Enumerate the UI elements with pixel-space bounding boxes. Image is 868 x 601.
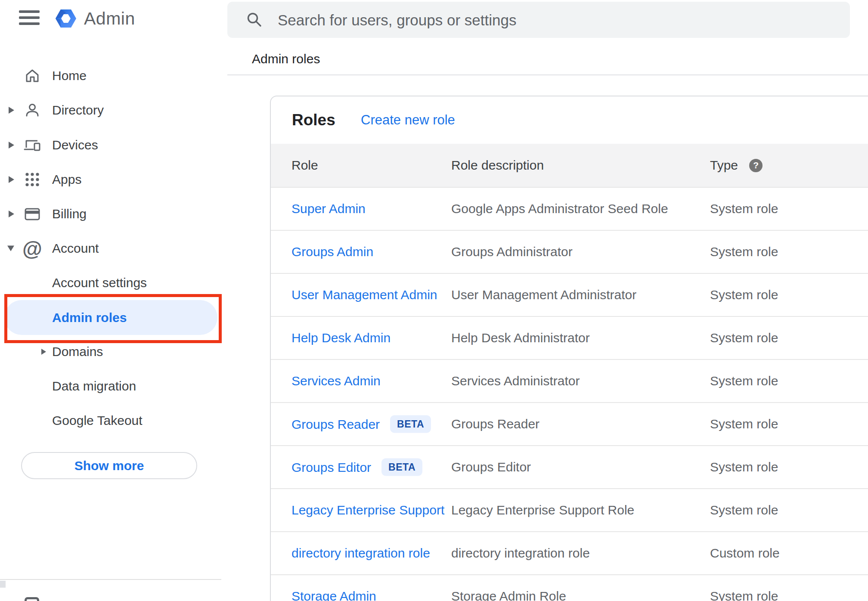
roles-table-body: Super Admin Google Apps Administrator Se… (271, 187, 868, 601)
sidebar-item-label: Account settings (52, 276, 147, 290)
table-row: directory integration role directory int… (271, 531, 868, 574)
home-icon (24, 67, 41, 84)
role-cell: Groups Admin (291, 245, 373, 259)
role-link[interactable]: Legacy Enterprise Support (291, 503, 444, 517)
sidebar-item-label: Google Takeout (52, 413, 143, 428)
role-link[interactable]: directory integration role (291, 546, 430, 561)
role-description: Storage Admin Role (451, 589, 566, 601)
expand-arrow-icon[interactable] (9, 211, 14, 217)
table-row: Legacy Enterprise Support Legacy Enterpr… (271, 488, 868, 531)
sidebar-item-directory[interactable]: Directory (0, 93, 221, 127)
role-type: System role (710, 503, 778, 517)
role-cell: directory integration role (291, 546, 430, 561)
clipped-icon-fragment (25, 597, 39, 601)
role-cell: Super Admin (291, 201, 366, 216)
expand-arrow-icon[interactable] (9, 176, 14, 183)
collapse-arrow-icon[interactable] (7, 246, 14, 251)
role-type: Custom role (710, 546, 780, 561)
table-row: Storage Admin Storage Admin Role System … (271, 574, 868, 601)
search-icon (246, 12, 263, 28)
sidebar-item-apps[interactable]: Apps (0, 162, 221, 197)
role-type: System role (710, 374, 778, 388)
table-row: Super Admin Google Apps Administrator Se… (271, 187, 868, 230)
sidebar-item-label: Account (52, 241, 99, 256)
role-link[interactable]: Storage Admin (291, 589, 376, 601)
role-description: Help Desk Administrator (451, 331, 590, 345)
roles-card-header: Roles Create new role (271, 96, 868, 144)
sidebar-item-data-migration[interactable]: Data migration (0, 369, 221, 403)
sidebar-item-google-takeout[interactable]: Google Takeout (0, 403, 221, 438)
role-link[interactable]: Groups Editor (291, 460, 371, 474)
table-row: Help Desk Admin Help Desk Administrator … (271, 316, 868, 359)
table-column-header: Role Role description Type ? (271, 144, 868, 187)
role-cell: Groups Editor BETA (291, 458, 422, 476)
beta-badge: BETA (381, 458, 422, 476)
role-description: Groups Editor (451, 460, 531, 474)
role-description: Google Apps Administrator Seed Role (451, 201, 668, 216)
app-title: Admin (84, 9, 135, 29)
scrollbar-fragment[interactable] (0, 581, 6, 588)
role-description: User Management Administrator (451, 288, 636, 302)
sidebar-bottom-divider (0, 579, 221, 580)
role-link[interactable]: Super Admin (291, 201, 366, 216)
admin-hexagon-logo-icon (55, 7, 77, 30)
billing-card-icon (24, 205, 41, 223)
table-row: Groups Reader BETA Groups Reader System … (271, 402, 868, 445)
role-description: Legacy Enterprise Support Role (451, 503, 634, 517)
search-input[interactable] (277, 2, 838, 39)
show-more-button[interactable]: Show more (21, 452, 197, 479)
role-link[interactable]: User Management Admin (291, 288, 437, 302)
sidebar: Admin Home Directory Dev (0, 0, 221, 601)
sidebar-item-home[interactable]: Home (0, 59, 221, 93)
breadcrumb-divider (227, 74, 868, 75)
sidebar-item-label: Apps (52, 172, 81, 187)
apps-grid-icon (24, 171, 41, 188)
sidebar-item-label: Directory (52, 103, 104, 118)
role-type: System role (710, 245, 778, 259)
roles-card: Roles Create new role Role Role descript… (270, 96, 868, 601)
role-link[interactable]: Services Admin (291, 374, 381, 388)
role-cell: Storage Admin (291, 589, 376, 601)
role-type: System role (710, 589, 778, 601)
column-header-role: Role (291, 158, 318, 173)
role-cell: User Management Admin (291, 288, 437, 302)
role-description: Groups Reader (451, 417, 539, 431)
person-icon (24, 102, 41, 119)
breadcrumb: Admin roles (252, 50, 320, 68)
role-description: directory integration role (451, 546, 590, 561)
role-cell: Help Desk Admin (291, 331, 391, 345)
sidebar-item-domains[interactable]: Domains (0, 335, 221, 369)
expand-arrow-icon[interactable] (9, 107, 14, 114)
create-new-role-link[interactable]: Create new role (361, 112, 455, 128)
admin-console-screen: Admin Home Directory Dev (0, 0, 868, 601)
role-link[interactable]: Groups Reader (291, 417, 380, 431)
sidebar-item-account[interactable]: @ Account (0, 231, 221, 266)
sidebar-item-label: Data migration (52, 379, 136, 393)
role-type: System role (710, 460, 778, 474)
expand-arrow-icon[interactable] (9, 142, 14, 149)
sidebar-item-label: Home (52, 68, 87, 83)
role-link[interactable]: Groups Admin (291, 245, 373, 259)
column-header-description: Role description (451, 158, 544, 173)
role-description: Services Administrator (451, 374, 580, 388)
sidebar-item-devices[interactable]: Devices (0, 128, 221, 162)
sidebar-item-label: Devices (52, 138, 98, 152)
sidebar-item-label: Billing (52, 207, 87, 221)
role-type: System role (710, 201, 778, 216)
devices-icon (24, 136, 41, 154)
admin-logo: Admin (55, 6, 135, 31)
help-icon[interactable]: ? (749, 159, 763, 172)
role-cell: Services Admin (291, 374, 381, 388)
beta-badge: BETA (390, 415, 431, 433)
expand-arrow-icon[interactable] (41, 349, 46, 355)
hamburger-menu-icon[interactable] (19, 10, 40, 27)
role-type: System role (710, 417, 778, 431)
account-at-icon: @ (22, 239, 42, 259)
table-row: Groups Editor BETA Groups Editor System … (271, 445, 868, 488)
sidebar-item-billing[interactable]: Billing (0, 197, 221, 231)
column-header-type: Type ? (710, 158, 763, 173)
table-row: Services Admin Services Administrator Sy… (271, 359, 868, 402)
role-link[interactable]: Help Desk Admin (291, 331, 391, 345)
search-bar[interactable] (227, 2, 850, 38)
role-cell: Legacy Enterprise Support (291, 503, 444, 517)
